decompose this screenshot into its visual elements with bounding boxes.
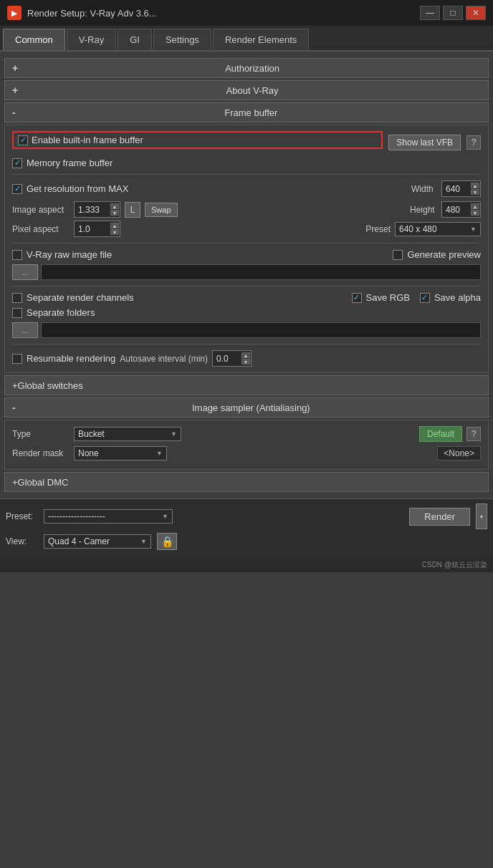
resumable-checkbox[interactable] bbox=[12, 354, 22, 364]
about-vray-toggle: + bbox=[12, 85, 18, 96]
about-vray-label: About V-Ray bbox=[24, 85, 481, 96]
image-sampler-toggle: - bbox=[12, 402, 16, 413]
watermark-text: CSDN @炫云云渲染 bbox=[422, 561, 487, 569]
show-last-vfb-button[interactable]: Show last VFB bbox=[388, 135, 461, 150]
sampler-type-arrow: ▼ bbox=[171, 430, 177, 438]
preset-select[interactable]: 640 x 480 ▼ bbox=[395, 222, 481, 236]
image-aspect-up[interactable]: ▲ bbox=[110, 203, 119, 209]
global-dmc-toggle: + bbox=[12, 477, 18, 488]
tab-gi[interactable]: GI bbox=[118, 29, 152, 50]
window-title: Render Setup: V-Ray Adv 3.6... bbox=[27, 8, 414, 19]
tab-common[interactable]: Common bbox=[3, 29, 65, 50]
sampler-help-button[interactable]: ? bbox=[466, 427, 481, 441]
height-spinbox[interactable]: ▲ ▼ bbox=[441, 201, 481, 218]
autosave-down[interactable]: ▼ bbox=[241, 359, 250, 365]
preset-label: Preset bbox=[365, 224, 391, 234]
image-aspect-down[interactable]: ▼ bbox=[110, 210, 119, 216]
tab-settings[interactable]: Settings bbox=[153, 29, 211, 50]
memory-framebuffer-checkbox[interactable] bbox=[12, 158, 22, 168]
render-button[interactable]: Render bbox=[409, 508, 470, 526]
tab-vray[interactable]: V-Ray bbox=[67, 29, 116, 50]
width-down-arrow[interactable]: ▼ bbox=[471, 189, 479, 195]
autosave-arrows: ▲ ▼ bbox=[241, 352, 250, 365]
bottom-preset-value: -------------------- bbox=[48, 511, 105, 521]
generate-preview-checkbox[interactable] bbox=[393, 250, 403, 260]
separate-channels-checkbox[interactable] bbox=[12, 293, 22, 303]
render-dropdown-arrow[interactable]: ▼ bbox=[476, 503, 487, 529]
default-button[interactable]: Default bbox=[419, 426, 462, 442]
sampler-type-label: Type bbox=[12, 429, 70, 439]
pixel-aspect-up[interactable]: ▲ bbox=[110, 223, 119, 228]
autosave-up[interactable]: ▲ bbox=[241, 352, 250, 358]
width-input[interactable] bbox=[446, 184, 471, 194]
width-arrows: ▲ ▼ bbox=[471, 183, 479, 195]
global-dmc-label: Global DMC bbox=[18, 477, 69, 488]
render-mask-value: None bbox=[78, 448, 99, 458]
height-arrows: ▲ ▼ bbox=[471, 203, 479, 216]
title-bar: ▶ Render Setup: V-Ray Adv 3.6... — □ ✕ bbox=[0, 0, 493, 26]
save-alpha-checkbox[interactable] bbox=[420, 293, 430, 303]
channels-file-path-row: ... bbox=[12, 322, 481, 338]
raw-file-browse-button[interactable]: ... bbox=[12, 264, 38, 280]
pixel-aspect-spinbox[interactable]: ▲ ▼ bbox=[74, 221, 120, 237]
height-input[interactable] bbox=[446, 205, 471, 215]
width-up-arrow[interactable]: ▲ bbox=[471, 183, 479, 188]
render-mask-arrow: ▼ bbox=[156, 450, 163, 457]
maximize-button[interactable]: □ bbox=[443, 6, 463, 20]
swap-button[interactable]: Swap bbox=[145, 203, 178, 217]
pixel-aspect-label: Pixel aspect bbox=[12, 224, 70, 234]
preset-value: 640 x 480 bbox=[399, 224, 437, 234]
height-down[interactable]: ▼ bbox=[471, 210, 479, 216]
width-spinbox[interactable]: ▲ ▼ bbox=[441, 180, 481, 197]
image-sampler-header[interactable]: - Image sampler (Antialiasing) bbox=[4, 397, 489, 418]
channels-file-path-input[interactable] bbox=[41, 322, 481, 338]
separator-1 bbox=[12, 174, 481, 175]
frame-buffer-header[interactable]: - Frame buffer bbox=[4, 102, 489, 122]
separate-folders-checkbox[interactable] bbox=[12, 308, 22, 318]
sampler-type-value: Bucket bbox=[78, 429, 105, 439]
image-aspect-row: Image aspect ▲ ▼ L Swap Height ▲ ▼ bbox=[12, 201, 481, 218]
sampler-type-select[interactable]: Bucket ▼ bbox=[74, 427, 181, 441]
autosave-input[interactable] bbox=[216, 354, 241, 364]
pixel-aspect-row: Pixel aspect ▲ ▼ Preset 640 x 480 ▼ bbox=[12, 221, 481, 237]
close-button[interactable]: ✕ bbox=[466, 6, 486, 20]
render-mask-select[interactable]: None ▼ bbox=[74, 446, 167, 460]
get-resolution-checkbox[interactable] bbox=[12, 184, 22, 194]
bottom-preset-arrow: ▼ bbox=[162, 513, 168, 520]
about-vray-header[interactable]: + About V-Ray bbox=[4, 80, 489, 100]
image-aspect-arrows: ▲ ▼ bbox=[110, 203, 119, 216]
tab-bar: Common V-Ray GI Settings Render Elements bbox=[0, 26, 493, 52]
enable-framebuffer-checkbox[interactable] bbox=[18, 135, 28, 145]
save-rgb-label: Save RGB bbox=[366, 292, 410, 303]
sampler-type-row: Type Bucket ▼ Default ? bbox=[12, 426, 481, 442]
image-aspect-input[interactable] bbox=[78, 205, 110, 215]
main-content: + Authorization + About V-Ray - Frame bu… bbox=[0, 52, 493, 498]
tab-render-elements[interactable]: Render Elements bbox=[213, 29, 309, 50]
separator-3 bbox=[12, 286, 481, 286]
bottom-preset-select[interactable]: -------------------- ▼ bbox=[44, 509, 173, 524]
raw-image-label: V-Ray raw image file bbox=[27, 249, 112, 260]
render-mask-label: Render mask bbox=[12, 448, 70, 458]
height-up[interactable]: ▲ bbox=[471, 203, 479, 209]
enable-framebuffer-row: Enable built-in frame buffer bbox=[12, 131, 383, 149]
framebuffer-help-button[interactable]: ? bbox=[466, 135, 481, 150]
lock-button[interactable]: 🔒 bbox=[157, 533, 177, 550]
save-rgb-checkbox[interactable] bbox=[352, 293, 362, 303]
bottom-bar: Preset: -------------------- ▼ Render ▼ … bbox=[0, 498, 493, 558]
pixel-aspect-down[interactable]: ▼ bbox=[110, 229, 119, 235]
authorization-header[interactable]: + Authorization bbox=[4, 58, 489, 78]
generate-preview-label: Generate preview bbox=[407, 249, 481, 260]
preset-dropdown-arrow: ▼ bbox=[470, 226, 477, 233]
raw-image-checkbox[interactable] bbox=[12, 250, 22, 260]
preset-row: Preset: -------------------- ▼ Render ▼ bbox=[6, 503, 487, 529]
image-aspect-spinbox[interactable]: ▲ ▼ bbox=[74, 201, 120, 218]
global-dmc-header[interactable]: + Global DMC bbox=[4, 472, 489, 492]
lock-aspect-button[interactable]: L bbox=[125, 202, 140, 218]
pixel-aspect-input[interactable] bbox=[78, 224, 110, 234]
autosave-spinbox[interactable]: ▲ ▼ bbox=[212, 350, 252, 367]
minimize-button[interactable]: — bbox=[420, 6, 440, 20]
channels-browse-button[interactable]: ... bbox=[12, 322, 38, 338]
view-select[interactable]: Quad 4 - Camer ▼ bbox=[44, 534, 151, 549]
raw-file-path-input[interactable] bbox=[41, 264, 481, 280]
global-switches-header[interactable]: + Global switches bbox=[4, 375, 489, 395]
